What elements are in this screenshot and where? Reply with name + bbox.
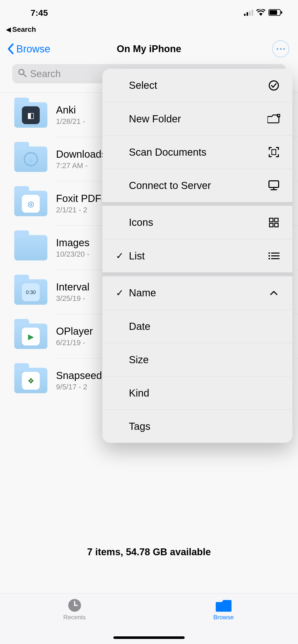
back-to-previous-app-label: Search (12, 25, 36, 34)
svg-rect-14 (272, 150, 276, 155)
menu-sort-tags[interactable]: Tags (102, 409, 292, 443)
svg-line-8 (23, 74, 26, 77)
nav-back-button[interactable]: Browse (7, 43, 50, 55)
svg-rect-1 (247, 12, 248, 16)
cellular-icon (244, 8, 253, 18)
menu-view-list[interactable]: ✓ List (102, 239, 292, 272)
status-time: 7:45 (31, 8, 48, 18)
folder-icon: ◧ (14, 102, 47, 128)
svg-rect-0 (244, 14, 246, 16)
nav-back-label: Browse (16, 43, 50, 55)
tab-browse-label: Browse (213, 614, 234, 621)
back-to-previous-app[interactable]: ◀ Search (0, 25, 298, 34)
svg-rect-15 (269, 181, 279, 187)
scan-icon (267, 146, 280, 158)
status-indicators (244, 8, 283, 18)
menu-view-icons[interactable]: Icons (102, 206, 292, 239)
context-menu: Select New Folder Scan Documents Connect… (102, 69, 292, 443)
folder-icon: ▶ (14, 324, 47, 349)
svg-rect-19 (275, 218, 278, 222)
ellipsis-icon (277, 48, 278, 50)
menu-connect-server[interactable]: Connect to Server (102, 169, 292, 202)
wifi-icon (256, 8, 265, 18)
clock-icon (67, 599, 83, 612)
list-icon (267, 250, 280, 262)
new-folder-icon (267, 112, 280, 125)
svg-rect-2 (249, 11, 251, 16)
more-button[interactable] (272, 40, 289, 57)
menu-new-folder[interactable]: New Folder (102, 102, 292, 135)
search-icon (18, 68, 26, 79)
svg-point-24 (268, 255, 270, 257)
folder-icon: ❖ (14, 368, 47, 393)
nav-bar: Browse On My iPhone (0, 34, 298, 64)
chevron-up-icon (267, 287, 280, 299)
page-title: On My iPhone (117, 43, 181, 54)
server-icon (267, 179, 280, 192)
menu-sort-size[interactable]: Size (102, 343, 292, 376)
menu-sort-name[interactable]: ✓ Name (102, 276, 292, 310)
svg-point-10 (269, 81, 278, 90)
svg-rect-6 (281, 11, 282, 14)
tab-recents-label: Recents (63, 614, 86, 621)
menu-sort-date[interactable]: Date (102, 310, 292, 343)
svg-rect-5 (269, 10, 277, 15)
checkmark-icon: ✓ (115, 251, 125, 261)
folder-icon: 0:30 (14, 279, 47, 305)
status-bar: 7:45 (0, 0, 298, 25)
home-indicator[interactable] (113, 636, 185, 639)
battery-icon (268, 8, 283, 18)
svg-point-26 (268, 258, 270, 259)
folder-icon (216, 599, 232, 612)
grid-icon (267, 216, 280, 229)
svg-rect-3 (252, 10, 253, 16)
svg-rect-18 (269, 218, 273, 222)
folder-icon: ↓ (14, 147, 47, 172)
chevron-left-icon (7, 43, 14, 54)
storage-summary: 7 items, 54.78 GB available (0, 547, 298, 558)
menu-select[interactable]: Select (102, 69, 292, 102)
folder-icon: ◎ (14, 191, 47, 216)
svg-rect-20 (269, 223, 273, 227)
menu-sort-kind[interactable]: Kind (102, 376, 292, 409)
menu-scan-documents[interactable]: Scan Documents (102, 135, 292, 169)
svg-point-22 (268, 252, 270, 254)
checkmark-icon: ✓ (115, 288, 125, 298)
back-triangle-icon: ◀ (6, 26, 11, 33)
checkmark-circle-icon (267, 79, 280, 92)
folder-icon (14, 235, 47, 260)
svg-rect-21 (275, 223, 278, 227)
